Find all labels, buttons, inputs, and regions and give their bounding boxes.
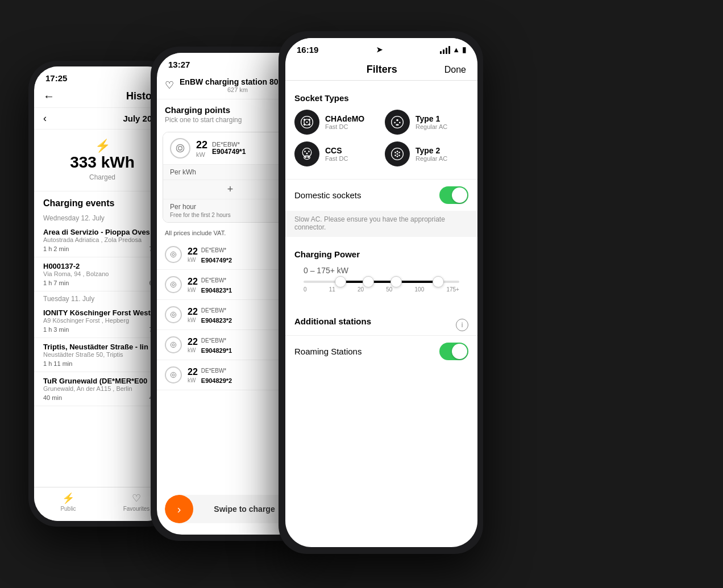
event-name: H000137-2 (43, 262, 161, 270)
event-name: TuR Grunewald (DE*MER*E00 (43, 377, 161, 385)
list-item[interactable]: H000137-2 Via Roma, 94 , Bolzano 1 h 7 m… (34, 257, 171, 291)
slider-labels: 0 11 20 50 100 175+ (304, 286, 459, 293)
pricing-row-kwh: Per kWh € 0. (163, 164, 297, 180)
point-kw: 22 kW (196, 139, 207, 158)
socket-type2[interactable]: Type 2 Regular AC (385, 141, 468, 166)
svg-point-11 (171, 342, 176, 347)
svg-point-36 (398, 152, 400, 153)
done-button[interactable]: Done (444, 65, 466, 75)
svg-point-21 (306, 122, 308, 123)
roaming-stations-row[interactable]: Roaming Stations (285, 335, 477, 367)
svg-point-32 (305, 157, 306, 159)
event-duration: 1 h 11 min (43, 360, 72, 367)
event-meta: 1 h 2 min 74.4 (43, 245, 161, 252)
svg-point-17 (304, 119, 305, 120)
battery-icon: ▮ (462, 45, 466, 54)
domestic-sockets-row[interactable]: Domestic sockets (285, 179, 477, 211)
slow-ac-note: Slow AC. Please ensure you have the appr… (285, 211, 477, 237)
slider-fill (335, 281, 444, 283)
list-item[interactable]: Triptis, Neustädter Straße - lin Neustäd… (34, 338, 171, 372)
time-3: 16:19 (297, 45, 318, 55)
point-card-main[interactable]: 22 kW DE*EBW* E904749*1 Per kWh € 0. + (163, 132, 298, 223)
status-bar-3: 16:19 ➤ ▲ ▮ (285, 38, 477, 57)
day-label-1: Wednesday 12. July (34, 211, 171, 223)
history-nav: ← History (34, 85, 171, 108)
info-icon[interactable]: i (456, 319, 468, 331)
month-header: ‹ July 2023 (34, 108, 171, 130)
slider-label-50: 50 (386, 286, 392, 293)
point-id-block: DE*EBW* E904749*1 (212, 141, 246, 156)
svg-point-10 (172, 314, 174, 316)
svg-point-23 (396, 119, 398, 121)
charging-power-title: Charging Power (294, 249, 468, 259)
slider-thumb-right[interactable] (433, 276, 444, 287)
svg-rect-26 (396, 124, 398, 126)
svg-point-29 (308, 151, 310, 152)
day-label-2: Tuesday 11. July (34, 291, 171, 304)
socket-type1[interactable]: Type 1 Regular AC (385, 110, 468, 135)
status-icons-3: ▲ ▮ (440, 45, 466, 54)
svg-point-4 (180, 149, 181, 151)
event-addr: Via Roma, 94 , Bolzano (43, 270, 161, 277)
tab-public[interactable]: ⚡ Public (34, 492, 102, 512)
svg-point-6 (172, 253, 174, 256)
svg-point-38 (394, 155, 396, 156)
svg-point-22 (392, 116, 404, 128)
event-name: Area di Servizio - Pioppa Oves (43, 228, 161, 236)
swipe-to-charge[interactable]: › Swipe to charge (165, 495, 296, 523)
svg-point-0 (176, 144, 184, 152)
connector-icon-sm (165, 336, 182, 353)
ccs-icon (294, 141, 319, 166)
slider-thumb-left[interactable] (335, 276, 346, 287)
slider-label-175: 175+ (446, 286, 459, 293)
list-item[interactable]: IONITY Köschinger Forst West A9 Kösching… (34, 304, 171, 338)
event-duration: 1 h 7 min (43, 280, 69, 286)
svg-point-7 (171, 282, 176, 287)
point-id-sm: DE*EBW* E904749*2 (201, 244, 232, 265)
back-button-1[interactable]: ← (43, 90, 55, 103)
svg-point-5 (171, 252, 176, 257)
socket-ccs-info: CCS Fast DC (325, 146, 348, 162)
domestic-label: Domestic sockets (294, 190, 362, 200)
event-addr: Grunewald, An der A115 , Berlin (43, 385, 161, 392)
roaming-label: Roaming Stations (294, 347, 362, 356)
domestic-toggle[interactable] (439, 186, 468, 204)
event-meta: 1 h 11 min 71 (43, 360, 161, 367)
tab-bar-1: ⚡ Public ♡ Favourites (34, 487, 171, 521)
lightning-icon: ⚡ (43, 139, 161, 153)
socket-chademo[interactable]: CHAdeMO Fast DC (294, 110, 378, 135)
roaming-toggle[interactable] (439, 343, 468, 360)
svg-point-19 (304, 124, 305, 126)
svg-point-25 (399, 122, 401, 124)
charged-kwh: 333 kWh (43, 153, 161, 172)
add-btn[interactable]: + (163, 180, 297, 199)
filters-header: Filters Done (285, 57, 477, 81)
charging-power-section: Charging Power 0 – 175+ kW 0 11 20 50 (285, 241, 477, 304)
heart-icon[interactable]: ♡ (165, 79, 174, 91)
event-addr: Autostrada Adriatica , Zola Predosa (43, 236, 161, 243)
wifi-icon: ▲ (452, 45, 460, 54)
history-title: History (60, 90, 161, 102)
type1-icon (385, 110, 410, 135)
list-item[interactable]: TuR Grunewald (DE*MER*E00 Grunewald, An … (34, 372, 171, 406)
favourites-icon: ♡ (132, 492, 141, 504)
month-back-btn[interactable]: ‹ (43, 112, 47, 124)
time-2: 13:27 (168, 60, 190, 69)
charged-label: Charged (89, 173, 115, 181)
event-duration: 1 h 3 min (43, 326, 69, 333)
public-icon: ⚡ (62, 492, 74, 504)
socket-chademo-info: CHAdeMO Fast DC (325, 114, 364, 130)
slider-container[interactable]: 0 11 20 50 100 175+ (294, 281, 468, 296)
slider-thumb-mid2[interactable] (390, 276, 402, 287)
slider-thumb-mid1[interactable] (363, 276, 374, 287)
type2-icon (385, 141, 410, 166)
event-meta: 40 min 42.4 (43, 394, 161, 401)
event-addr: Neustädter Straße 50, Triptis (43, 351, 161, 358)
list-item[interactable]: Area di Servizio - Pioppa Oves Autostrad… (34, 223, 171, 257)
svg-point-24 (394, 122, 396, 124)
svg-point-20 (309, 124, 310, 126)
additional-stations-header: Additional stations i (285, 308, 477, 335)
socket-ccs[interactable]: CCS Fast DC (294, 141, 378, 166)
event-name: IONITY Köschinger Forst West (43, 308, 161, 317)
svg-point-8 (172, 283, 174, 286)
